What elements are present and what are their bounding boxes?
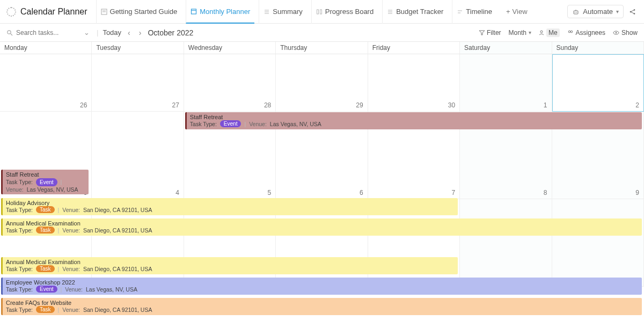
event-employee-workshop[interactable]: Employee Workshop 2022 Task Type: Event … (1, 278, 642, 295)
me-filter[interactable]: Me (539, 28, 560, 37)
day-cell[interactable]: 27 (92, 54, 184, 112)
svg-rect-3 (192, 9, 196, 14)
day-header: Saturday (460, 42, 552, 54)
svg-marker-26 (479, 31, 485, 35)
day-header: Friday (368, 42, 460, 54)
svg-point-31 (616, 32, 617, 33)
day-cell[interactable]: 29 (276, 54, 368, 112)
tab-label: Progress Board (325, 8, 374, 16)
task-type-label: Task Type: (6, 307, 33, 313)
event-annual-medical[interactable]: Annual Medical Examination Task Type: Ta… (1, 218, 642, 236)
day-header: Wednesday (184, 42, 276, 54)
list-icon (387, 9, 393, 15)
day-number: 8 (544, 189, 547, 196)
tab-monthly-planner[interactable]: Monthly Planner (186, 0, 254, 24)
view-mode-dropdown[interactable]: Month ▾ (509, 29, 531, 37)
tab-budget-tracker[interactable]: Budget Tracker (382, 0, 448, 24)
event-tag: Task (36, 227, 55, 234)
show-label: Show (621, 29, 638, 37)
toolbar-right: Filter Month ▾ Me Assignees Show (479, 28, 638, 37)
filter-label: Filter (487, 29, 501, 37)
calendar-icon (191, 8, 197, 14)
venue-label: Venue: (62, 227, 80, 234)
venue-value: San Diego, CA 92101, USA (83, 307, 152, 313)
chevron-down-icon[interactable]: ⌄ (84, 28, 90, 37)
day-cell[interactable]: 1 (460, 54, 552, 112)
tab-summary[interactable]: Summary (259, 0, 307, 24)
day-cell[interactable]: 4 (92, 112, 184, 199)
board-icon (316, 9, 323, 15)
tab-progress-board[interactable]: Progress Board (311, 0, 378, 24)
svg-point-28 (568, 31, 570, 33)
filter-icon (479, 30, 485, 35)
day-cell[interactable]: 26 (0, 54, 92, 112)
event-title: Employee Workshop 2022 (6, 279, 639, 286)
add-view-button[interactable]: + View (501, 8, 533, 16)
automate-label: Automate (583, 8, 613, 16)
svg-rect-8 (317, 10, 318, 14)
tab-label: Getting Started Guide (110, 8, 178, 16)
day-cell[interactable]: 15 (460, 199, 552, 287)
app-title: Calendar Planner (20, 7, 87, 17)
day-number: 26 (80, 101, 87, 109)
today-button[interactable]: Today (103, 28, 121, 37)
venue-value: San Diego, CA 92101, USA (83, 227, 152, 234)
doc-icon (101, 9, 107, 15)
separator: | (58, 307, 60, 313)
show-button[interactable]: Show (613, 29, 638, 37)
event-annual-medical-cont[interactable]: Annual Medical Examination Task Type: Ta… (1, 257, 458, 274)
automate-button[interactable]: Automate ▾ (567, 5, 624, 18)
next-month-button[interactable]: › (137, 28, 144, 37)
search-input[interactable] (16, 29, 80, 37)
day-header: Tuesday (92, 42, 184, 54)
day-number: 27 (172, 101, 179, 109)
calendar-grid: 26 27 28 29 30 1 2 3 4 5 6 7 8 9 10 11 1… (0, 54, 644, 287)
users-icon (567, 30, 574, 35)
tab-label: Budget Tracker (396, 8, 443, 16)
plus-icon: + (506, 8, 510, 16)
tab-timeline[interactable]: Timeline (452, 0, 496, 24)
svg-rect-15 (574, 11, 578, 14)
event-staff-retreat[interactable]: Staff Retreat Task Type: Event | Venue: … (185, 112, 642, 129)
svg-rect-9 (320, 10, 321, 14)
search-box[interactable]: ⌄ (6, 28, 92, 37)
top-bar-right: Automate ▾ (567, 5, 638, 18)
assignees-label: Assignees (576, 29, 605, 37)
event-meta: Task Type: Task | Venue: San Diego, CA 9… (6, 306, 639, 313)
event-holiday-advisory[interactable]: Holiday Advisory Task Type: Task | Venue… (1, 198, 458, 215)
assignees-button[interactable]: Assignees (567, 29, 605, 37)
prev-month-button[interactable]: ‹ (126, 28, 133, 37)
day-cell[interactable]: 16 (552, 199, 644, 287)
venue-label: Venue: (62, 207, 80, 213)
event-tag: Event (36, 178, 57, 186)
venue-label: Venue: (62, 266, 80, 272)
top-bar-left: Calendar Planner Getting Started Guide M… (6, 0, 533, 24)
svg-point-17 (576, 12, 577, 13)
day-cell[interactable]: 28 (184, 54, 276, 112)
timeline-icon (457, 9, 463, 15)
event-tag: Task (36, 306, 55, 313)
tab-getting-started[interactable]: Getting Started Guide (96, 0, 182, 24)
tab-label: Monthly Planner (200, 8, 250, 16)
search-icon (6, 30, 13, 36)
event-tag: Task (36, 265, 55, 272)
event-title: Create FAQs for Website (6, 300, 639, 306)
list-icon (264, 9, 270, 15)
calendar-week-row: 26 27 28 29 30 1 2 (0, 54, 644, 112)
day-cell-today[interactable]: 2 (552, 54, 644, 112)
toolbar: ⌄ | Today ‹ › October 2022 Filter Month … (0, 24, 644, 42)
filter-button[interactable]: Filter (479, 29, 501, 37)
eye-icon (613, 30, 619, 35)
calendar: Monday Tuesday Wednesday Thursday Friday… (0, 42, 644, 287)
tab-label: Timeline (466, 8, 492, 16)
day-header: Thursday (276, 42, 368, 54)
share-icon[interactable] (628, 6, 638, 18)
event-meta: Task Type: Task | Venue: San Diego, CA 9… (6, 265, 455, 272)
venue-value: Las Vegas, NV, USA (270, 121, 321, 127)
svg-point-29 (570, 31, 573, 33)
day-cell[interactable]: 30 (368, 54, 460, 112)
event-title: Annual Medical Examination (6, 259, 455, 265)
separator: | (61, 286, 62, 293)
event-staff-retreat-cont[interactable]: Staff Retreat Task Type: Event | Venue: … (1, 170, 89, 194)
event-create-faqs[interactable]: Create FAQs for Website Task Type: Task … (1, 298, 642, 315)
